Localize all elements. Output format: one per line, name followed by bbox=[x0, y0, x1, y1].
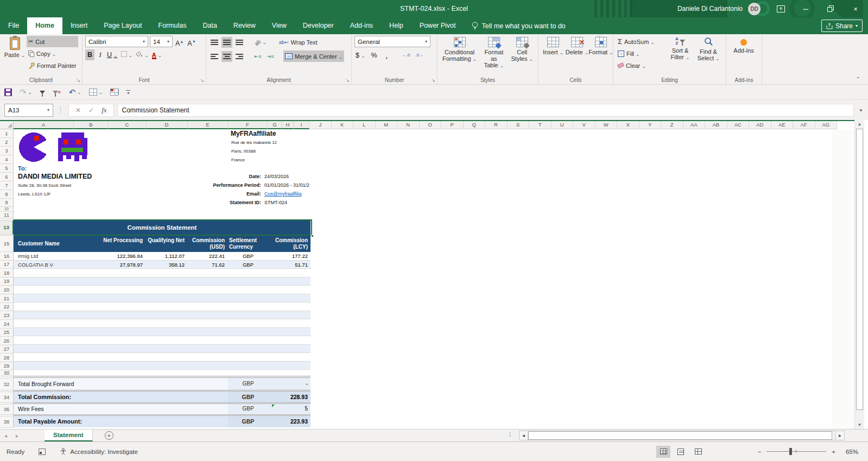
scroll-right-icon[interactable]: ► bbox=[835, 431, 845, 440]
customize-qat-icon[interactable]: ▾ bbox=[126, 90, 130, 94]
align-top-button[interactable] bbox=[209, 37, 220, 48]
fill-button[interactable]: ↓Fill bbox=[616, 48, 666, 59]
row-header-20[interactable]: 20 bbox=[0, 286, 14, 294]
row-header-27[interactable]: 27 bbox=[0, 345, 14, 353]
column-header-A[interactable]: A bbox=[14, 121, 74, 129]
column-header-Y[interactable]: Y bbox=[639, 121, 662, 129]
copy-button[interactable]: Copy bbox=[27, 48, 78, 59]
select-all-corner[interactable] bbox=[0, 121, 14, 129]
cells-grid-alt-icon[interactable] bbox=[110, 89, 118, 96]
restore-button[interactable] bbox=[818, 0, 843, 17]
row-header-3[interactable]: 3 bbox=[0, 147, 14, 155]
fill-color-button[interactable] bbox=[135, 49, 150, 60]
cut-button[interactable]: ✂Cut bbox=[27, 36, 78, 47]
column-header-AG[interactable]: AG bbox=[815, 121, 838, 129]
column-header-B[interactable]: B bbox=[74, 121, 109, 129]
find-select-button[interactable]: Find & Select bbox=[694, 36, 723, 71]
row-header-32[interactable]: 32 bbox=[0, 378, 14, 390]
row-header-10[interactable]: 10 bbox=[0, 207, 14, 212]
zoom-level[interactable]: 65% bbox=[846, 449, 858, 455]
column-header-I[interactable]: I bbox=[294, 121, 309, 129]
autosum-button[interactable]: ΣAutoSum bbox=[616, 36, 666, 47]
sheet-tab-statement[interactable]: Statement bbox=[45, 430, 93, 441]
accounting-format-button[interactable]: $ bbox=[354, 50, 366, 61]
row-header-1[interactable]: 1 bbox=[0, 129, 14, 138]
column-header-AD[interactable]: AD bbox=[749, 121, 771, 129]
column-header-U[interactable]: U bbox=[552, 121, 574, 129]
align-right-button[interactable] bbox=[234, 51, 245, 62]
row-header-17[interactable]: 17 bbox=[0, 261, 14, 269]
format-as-table-button[interactable]: Format as Table bbox=[479, 36, 509, 70]
column-header-R[interactable]: R bbox=[485, 121, 508, 129]
tell-me-box[interactable]: Tell me what you want to do bbox=[472, 17, 566, 34]
scrollbar-resize-handle[interactable]: ⁞ bbox=[509, 431, 510, 438]
column-header-E[interactable]: E bbox=[188, 121, 228, 129]
name-box[interactable]: A13▾ bbox=[4, 104, 53, 117]
clipboard-dialog-launcher[interactable]: ↘ bbox=[76, 78, 80, 83]
number-format-combo[interactable]: General bbox=[354, 36, 430, 47]
column-header-C[interactable]: C bbox=[109, 121, 146, 129]
column-header-T[interactable]: T bbox=[529, 121, 552, 129]
row-header-2[interactable]: 2 bbox=[0, 138, 14, 147]
column-header-M[interactable]: M bbox=[376, 121, 398, 129]
column-header-D[interactable]: D bbox=[146, 121, 188, 129]
scroll-up-icon[interactable]: ▲ bbox=[855, 120, 864, 128]
cell-styles-button[interactable]: Cell Styles bbox=[509, 36, 536, 70]
confirm-entry-icon[interactable]: ✓ bbox=[88, 106, 94, 114]
row-header-9[interactable]: 9 bbox=[0, 199, 14, 207]
column-header-H[interactable]: H bbox=[282, 121, 294, 129]
row-header-6[interactable]: 6 bbox=[0, 173, 14, 181]
scroll-left-icon[interactable]: ◄ bbox=[519, 431, 528, 440]
bold-button[interactable]: B bbox=[85, 49, 94, 60]
column-header-S[interactable]: S bbox=[508, 121, 530, 129]
ribbon-tab-data[interactable]: Data bbox=[194, 17, 225, 34]
row-header-18[interactable]: 18 bbox=[0, 269, 14, 277]
horizontal-scroll-thumb[interactable] bbox=[528, 431, 832, 440]
row-header-15[interactable]: 15 bbox=[0, 236, 14, 252]
addins-button[interactable]: Add-ins bbox=[729, 36, 758, 55]
table-row[interactable]: COLGATIA B V 27,978.97 358.12 71.62 GBP … bbox=[14, 261, 311, 269]
email-link[interactable]: Cus@myfraaffilia bbox=[264, 191, 311, 197]
cells-grid-icon[interactable] bbox=[89, 89, 103, 96]
vertical-scroll-thumb[interactable] bbox=[856, 129, 863, 410]
paste-button[interactable]: Paste bbox=[3, 36, 27, 71]
font-dialog-launcher[interactable]: ↘ bbox=[200, 78, 204, 83]
row-header-36[interactable]: 36 bbox=[0, 405, 14, 415]
row-header-25[interactable]: 25 bbox=[0, 329, 14, 337]
ribbon-tab-page-layout[interactable]: Page Layout bbox=[96, 17, 150, 34]
ribbon-tab-file[interactable]: File bbox=[0, 17, 27, 34]
wrap-text-button[interactable]: ab↩ Wrap Text bbox=[277, 37, 319, 48]
expand-formula-bar-icon[interactable]: ▾ bbox=[856, 104, 866, 117]
new-sheet-button[interactable]: + bbox=[105, 431, 113, 440]
font-color-button[interactable]: A bbox=[151, 49, 163, 60]
row-header-13[interactable]: 13 bbox=[0, 220, 14, 235]
filter-icon[interactable] bbox=[40, 91, 45, 94]
statement-title-cell[interactable]: Commission Statement bbox=[14, 220, 311, 235]
zoom-slider[interactable] bbox=[766, 451, 826, 452]
column-header-J[interactable]: J bbox=[309, 121, 332, 129]
font-name-combo[interactable]: Calibri bbox=[85, 36, 148, 47]
row-header-22[interactable]: 22 bbox=[0, 303, 14, 311]
column-header-P[interactable]: P bbox=[441, 121, 464, 129]
align-bottom-button[interactable] bbox=[234, 37, 245, 48]
row-header-19[interactable]: 19 bbox=[0, 277, 14, 286]
sheet-nav-prev-icon[interactable]: ◂ bbox=[0, 430, 11, 441]
insert-cells-button[interactable]: ← Insert bbox=[541, 36, 565, 57]
column-header-X[interactable]: X bbox=[617, 121, 639, 129]
fill-handle[interactable] bbox=[311, 235, 314, 237]
shrink-font-button[interactable]: A▼ bbox=[186, 36, 197, 47]
ribbon-tab-insert[interactable]: Insert bbox=[62, 17, 96, 34]
row-header-24[interactable]: 24 bbox=[0, 320, 14, 329]
alignment-dialog-launcher[interactable]: ↘ bbox=[345, 78, 350, 83]
total-commission-row[interactable]: Total Commission: GBP 228.93 bbox=[14, 391, 311, 402]
row-header-34[interactable]: 34 bbox=[0, 392, 14, 403]
ribbon-display-options-icon[interactable] bbox=[768, 0, 793, 17]
normal-view-button[interactable] bbox=[656, 446, 670, 458]
row-header-23[interactable]: 23 bbox=[0, 311, 14, 320]
sort-filter-button[interactable]: AZ Sort & Filter bbox=[666, 36, 694, 71]
borders-button[interactable] bbox=[120, 49, 134, 60]
ribbon-tab-add-ins[interactable]: Add-ins bbox=[342, 17, 381, 34]
number-dialog-launcher[interactable]: ↘ bbox=[431, 78, 435, 83]
column-header-AB[interactable]: AB bbox=[705, 121, 727, 129]
column-header-V[interactable]: V bbox=[573, 121, 595, 129]
